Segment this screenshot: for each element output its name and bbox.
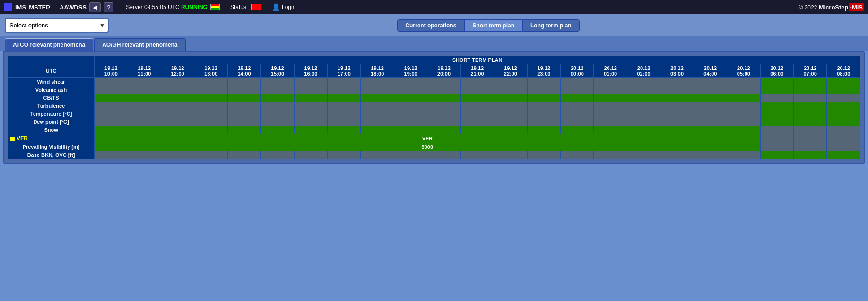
- cell-7-21: [793, 134, 826, 143]
- server-time: Server 09:55:05 UTC RUNNING: [126, 4, 208, 10]
- cell-5-3: [194, 118, 227, 126]
- cell-2-14: [561, 94, 594, 102]
- cell-2-17: [660, 94, 694, 102]
- cell-2-22: [827, 94, 860, 102]
- cell-2-3: [194, 94, 227, 102]
- cell-3-10: [427, 102, 460, 110]
- status-label: Status: [230, 4, 246, 10]
- cell-3-22: [827, 102, 860, 110]
- cell-4-3: [194, 110, 227, 118]
- select-options-wrapper[interactable]: Select options ▼: [5, 18, 109, 33]
- col-12-date: 19.1222:00: [494, 64, 527, 78]
- current-operations-button[interactable]: Current operations: [397, 19, 464, 32]
- col-4-date: 19.1214:00: [227, 64, 260, 78]
- cell-0-16: [627, 78, 660, 86]
- cell-6-6: [294, 126, 327, 134]
- copyright: © 2022 MicroStep-MIS: [799, 4, 864, 11]
- col-13-date: 19.1223:00: [527, 64, 560, 78]
- cell-1-12: [494, 86, 527, 94]
- col-20-date: 20.1206:00: [760, 64, 793, 78]
- cell-6-17: [660, 126, 694, 134]
- cell-3-6: [294, 102, 327, 110]
- topbar: IMS MSTEP AAWDSS ◀ ? Server 09:55:05 UTC…: [0, 0, 868, 14]
- col-1-date: 19.1211:00: [128, 64, 161, 78]
- cell-5-16: [627, 118, 660, 126]
- cell-1-5: [261, 86, 294, 94]
- cell-8-21: [793, 143, 826, 151]
- row-label-3: Turbulence: [8, 102, 95, 110]
- cell-7-20: [760, 134, 793, 143]
- cell-9-14: [561, 151, 594, 159]
- table-row: Temperature [°C]: [8, 110, 860, 118]
- cell-3-19: [727, 102, 760, 110]
- row-label-6: Snow: [8, 126, 95, 134]
- col-2-date: 19.1212:00: [161, 64, 194, 78]
- cell-9-0: [95, 151, 128, 159]
- cell-5-15: [594, 118, 627, 126]
- table-row: Dew point [°C]: [8, 118, 860, 126]
- cell-4-15: [594, 110, 627, 118]
- table-row: Base BKN, OVC [ft]: [8, 151, 860, 159]
- col-19-date: 20.1205:00: [727, 64, 760, 78]
- cell-6-0: [95, 126, 128, 134]
- cell-9-1: [128, 151, 161, 159]
- cell-7-22: [827, 134, 860, 143]
- tab-aogh[interactable]: AO/GH relevant phenomena: [94, 38, 185, 51]
- cell-1-7: [328, 86, 361, 94]
- cell-5-21: [793, 118, 826, 126]
- cell-2-13: [527, 94, 560, 102]
- cell-0-15: [594, 78, 627, 86]
- cell-2-0: [95, 94, 128, 102]
- cell-2-7: [328, 94, 361, 102]
- cell-0-4: [227, 78, 260, 86]
- cell-5-2: [161, 118, 194, 126]
- cell-0-11: [460, 78, 494, 86]
- cell-3-7: [328, 102, 361, 110]
- cell-2-19: [727, 94, 760, 102]
- cell-3-11: [460, 102, 494, 110]
- cell-9-13: [527, 151, 560, 159]
- short-term-plan-button[interactable]: Short term plan: [464, 19, 522, 32]
- tab-atco[interactable]: ATCO relevant phenomena: [5, 38, 93, 51]
- cell-1-14: [561, 86, 594, 94]
- cell-6-9: [394, 126, 427, 134]
- cell-1-17: [660, 86, 694, 94]
- cell-5-14: [561, 118, 594, 126]
- cell-3-15: [594, 102, 627, 110]
- help-button[interactable]: ?: [104, 2, 113, 12]
- cell-4-2: [161, 110, 194, 118]
- cell-3-5: [261, 102, 294, 110]
- cell-0-20: [760, 78, 793, 86]
- row-label-2: CB/TS: [8, 94, 95, 102]
- select-options-dropdown[interactable]: Select options: [5, 18, 109, 33]
- long-term-plan-button[interactable]: Long term plan: [522, 19, 580, 32]
- cell-1-6: [294, 86, 327, 94]
- cell-3-16: [627, 102, 660, 110]
- row-label-5: Dew point [°C]: [8, 118, 95, 126]
- cell-1-21: [793, 86, 826, 94]
- cell-6-21: [793, 126, 826, 134]
- tabs: ATCO relevant phenomena AO/GH relevant p…: [0, 36, 868, 51]
- utc-label-cell: UTC: [8, 64, 95, 78]
- cell-9-16: [627, 151, 660, 159]
- cell-6-5: [261, 126, 294, 134]
- cell-2-10: [427, 94, 460, 102]
- col-7-date: 19.1217:00: [328, 64, 361, 78]
- nav-back-button[interactable]: ◀: [89, 2, 101, 12]
- login-button[interactable]: 👤 Login: [272, 3, 295, 11]
- cell-6-15: [594, 126, 627, 134]
- cell-0-14: [561, 78, 594, 86]
- cell-8-20: [760, 143, 793, 151]
- col-9-date: 19.1219:00: [394, 64, 427, 78]
- cell-5-10: [427, 118, 460, 126]
- cell-3-0: [95, 102, 128, 110]
- cell-4-8: [361, 110, 394, 118]
- cell-0-17: [660, 78, 694, 86]
- col-16-date: 20.1202:00: [627, 64, 660, 78]
- cell-3-12: [494, 102, 527, 110]
- cell-6-20: [760, 126, 793, 134]
- cell-9-19: [727, 151, 760, 159]
- cell-1-19: [727, 86, 760, 94]
- vfr-value: VFR: [95, 134, 760, 143]
- utc-header: [8, 56, 95, 64]
